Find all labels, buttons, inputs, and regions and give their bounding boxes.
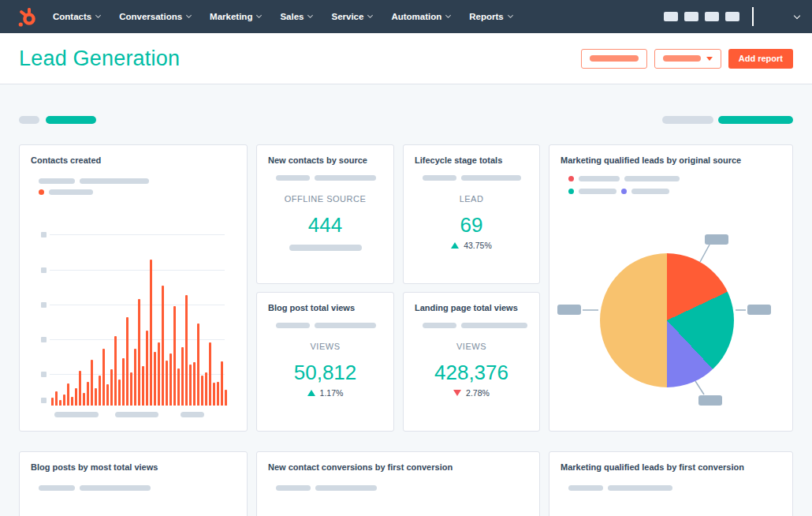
- bar: [197, 323, 199, 406]
- bar: [59, 400, 61, 406]
- chart-legend-row: [568, 485, 672, 491]
- skeleton-pill: [49, 189, 93, 195]
- nav-item-marketing[interactable]: Marketing: [210, 12, 261, 21]
- page-title: Lead Generation: [19, 47, 180, 71]
- delta-up-icon: [307, 390, 315, 396]
- bar: [193, 362, 196, 406]
- nav-action-placeholder-icon[interactable]: [684, 12, 698, 21]
- delta-up-icon: [451, 242, 459, 249]
- card-title: Marketing qualified leads by first conve…: [561, 462, 783, 472]
- y-axis-tick: [41, 372, 47, 377]
- bar: [158, 342, 160, 406]
- skeleton-pill: [423, 323, 456, 328]
- chart-legend-row: [276, 175, 376, 181]
- chevron-down-icon: [508, 13, 513, 18]
- hubspot-sprocket-icon[interactable]: [17, 6, 37, 28]
- dashboard-filter-dropdown[interactable]: [654, 49, 721, 69]
- pie-label-skeleton: [705, 234, 728, 245]
- metric-value: 50,812: [257, 361, 393, 385]
- dashboard-filter-chip[interactable]: [718, 116, 793, 124]
- account-chevron-down-icon[interactable]: [794, 12, 800, 18]
- bar: [63, 394, 65, 406]
- bar: [181, 347, 184, 406]
- chevron-down-icon: [445, 13, 451, 18]
- metric-value: 69: [404, 213, 539, 237]
- skeleton-pill: [315, 323, 376, 328]
- y-axis-tick: [41, 232, 47, 237]
- metric-label: VIEWS: [404, 342, 539, 351]
- skeleton-pill: [590, 55, 639, 62]
- bar: [150, 260, 152, 406]
- dashboard-actions-dropdown[interactable]: [581, 49, 647, 69]
- header-actions: Add report: [581, 49, 793, 69]
- skeleton-pill: [423, 175, 456, 181]
- nav-item-service[interactable]: Service: [331, 12, 372, 21]
- bar: [169, 353, 172, 406]
- bar-chart-bars: [51, 230, 227, 406]
- nav-action-placeholder-icon[interactable]: [705, 12, 719, 21]
- nav-item-label: Contacts: [53, 12, 91, 21]
- bar: [138, 299, 140, 406]
- bar: [51, 398, 54, 406]
- page-header: Lead Generation Add report: [0, 33, 812, 84]
- bar: [154, 352, 156, 406]
- pie-label-skeleton: [698, 395, 722, 406]
- card-new-contacts-by-source: New contacts by source OFFLINE SOURCE 44…: [256, 144, 394, 284]
- bar: [130, 372, 132, 406]
- bar: [146, 331, 148, 406]
- skeleton-pill: [662, 116, 713, 124]
- bar: [114, 336, 117, 406]
- bar: [79, 371, 81, 406]
- nav-item-label: Marketing: [210, 12, 252, 21]
- metric-delta: 43.75%: [404, 241, 539, 250]
- x-axis-label-skeleton: [54, 412, 99, 417]
- bar: [110, 369, 113, 406]
- card-title: Blog post total views: [268, 303, 384, 312]
- bar: [217, 382, 219, 406]
- bar: [71, 397, 73, 406]
- nav-action-placeholder-icon[interactable]: [664, 12, 678, 21]
- x-axis-label-skeleton: [115, 412, 158, 417]
- chevron-down-icon: [95, 13, 101, 18]
- card-title: Lifecycle stage totals: [415, 155, 530, 165]
- y-axis-tick: [41, 302, 47, 308]
- delta-down-icon: [453, 390, 461, 396]
- card-title: New contact conversions by first convers…: [268, 462, 530, 472]
- bar: [209, 342, 211, 406]
- nav-item-label: Automation: [391, 12, 441, 21]
- nav-item-label: Conversations: [119, 12, 182, 21]
- y-axis-tick: [41, 267, 47, 273]
- skeleton-pill: [461, 175, 521, 181]
- dashboard-filter-chip[interactable]: [46, 116, 96, 124]
- metric-value: 444: [257, 213, 393, 237]
- nav-item-label: Service: [331, 12, 363, 21]
- pie-label-skeleton: [557, 305, 581, 315]
- metric-delta: 1.17%: [257, 388, 393, 398]
- nav-action-placeholder-icon[interactable]: [725, 12, 739, 21]
- chevron-down-icon: [256, 13, 262, 18]
- bar: [99, 376, 101, 406]
- bar: [75, 388, 77, 406]
- y-axis-tick: [41, 337, 47, 342]
- nav-item-conversations[interactable]: Conversations: [119, 12, 191, 21]
- nav-actions: [657, 7, 799, 26]
- bar: [173, 306, 176, 406]
- skeleton-pill: [461, 323, 527, 328]
- chart-legend-row: [276, 485, 377, 491]
- card-title: Contacts created: [31, 155, 237, 165]
- skeleton-pill: [289, 245, 362, 251]
- chart-legend-row: [423, 323, 527, 328]
- nav-item-sales[interactable]: Sales: [280, 12, 312, 21]
- skeleton-pill: [39, 485, 75, 491]
- nav-item-automation[interactable]: Automation: [391, 12, 450, 21]
- nav-item-contacts[interactable]: Contacts: [53, 12, 100, 21]
- bar: [201, 376, 203, 406]
- delta-value: 1.17%: [320, 388, 344, 398]
- chevron-down-icon: [186, 13, 192, 18]
- add-report-button[interactable]: Add report: [728, 49, 793, 69]
- skeleton-pill: [663, 55, 701, 62]
- chart-legend-row: [423, 175, 521, 181]
- nav-item-reports[interactable]: Reports: [469, 12, 512, 21]
- skeleton-pill: [315, 485, 377, 491]
- card-new-contact-conversions: New contact conversions by first convers…: [256, 451, 540, 516]
